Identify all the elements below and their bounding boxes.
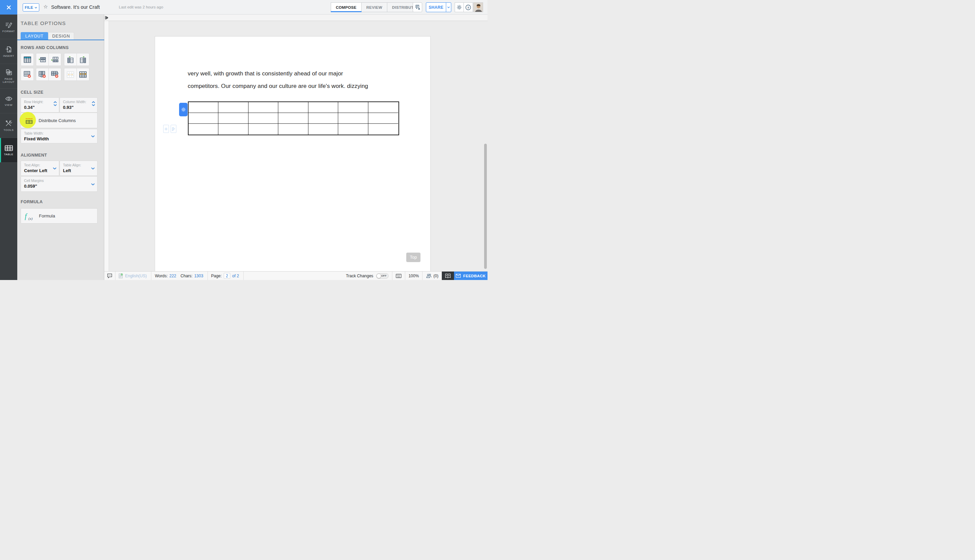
alignment-section-label: ALIGNMENT (21, 153, 47, 158)
column-width-value[interactable]: 0.93" (63, 105, 94, 110)
vertical-scrollbar-thumb[interactable] (484, 144, 487, 269)
tab-review[interactable]: REVIEW (361, 2, 387, 12)
ruler-collapse-button[interactable] (104, 15, 109, 21)
table-cell[interactable] (189, 124, 219, 135)
stepper-up-icon[interactable] (54, 101, 57, 103)
stepper-up-icon[interactable] (92, 101, 95, 103)
text-align-dropdown[interactable]: Text Align: Center Left (21, 161, 59, 176)
table-cell[interactable] (308, 102, 339, 113)
document-text-line[interactable]: very well, with growth that is consisten… (188, 70, 405, 77)
sidebar-item-view[interactable]: VIEW (0, 88, 17, 113)
row-height-field[interactable]: Row Height: 0.34" (21, 97, 59, 113)
delete-column-icon (38, 71, 46, 78)
insert-row-below-button[interactable] (49, 53, 61, 66)
table-align-dropdown[interactable]: Table Align: Left (60, 161, 97, 176)
gear-icon (457, 4, 462, 10)
sidebar-item-tools[interactable]: TOOLS (0, 113, 17, 138)
table-cell[interactable] (308, 113, 339, 124)
column-width-field[interactable]: Column Width: 0.93" (60, 97, 97, 113)
add-element-button[interactable] (163, 125, 169, 133)
chat-bubble-icon (107, 273, 112, 278)
sidebar-item-insert[interactable]: INSERT (0, 39, 17, 64)
tab-layout[interactable]: LAYOUT (21, 32, 48, 40)
reader-view-button[interactable] (442, 272, 454, 280)
zoom-level-button[interactable]: 100% (405, 272, 423, 280)
stepper-down-icon[interactable] (54, 104, 57, 106)
help-button[interactable]: ? (464, 2, 473, 12)
toggle-knob (376, 273, 381, 278)
table-cell[interactable] (249, 113, 279, 124)
file-menu-button[interactable]: FILE (23, 3, 39, 12)
insert-row-above-button[interactable] (36, 53, 49, 66)
language-selector[interactable]: English(US) (119, 272, 147, 280)
table-cell[interactable] (218, 113, 249, 124)
insert-table-button[interactable] (21, 53, 34, 66)
vertical-ruler[interactable] (104, 21, 109, 271)
table-settings-button[interactable] (179, 103, 187, 116)
word-count[interactable]: Words: 222 Chars: 1303 (155, 272, 204, 280)
table-cell[interactable] (278, 102, 308, 113)
distribute-rows-button-disabled (64, 68, 77, 81)
table-cell[interactable] (338, 102, 368, 113)
table-cell[interactable] (218, 124, 249, 135)
share-dropdown-button[interactable] (446, 3, 451, 12)
cell-margins-dropdown[interactable]: Cell Margins 0.059" (21, 176, 97, 192)
comments-button[interactable] (107, 272, 112, 280)
tab-design[interactable]: DESIGN (48, 32, 74, 40)
table-cell[interactable] (308, 124, 339, 135)
formula-section-label: FORMULA (21, 200, 43, 204)
format-element-button[interactable] (171, 125, 176, 133)
table-cell[interactable] (278, 113, 308, 124)
track-changes-toggle[interactable]: OFF (376, 273, 389, 278)
formula-button[interactable]: f (x) Formula (21, 208, 97, 223)
table-cell[interactable] (368, 113, 398, 124)
table-cell[interactable] (249, 102, 279, 113)
tab-compose[interactable]: COMPOSE (331, 2, 361, 12)
table-cell[interactable] (218, 102, 249, 113)
close-document-button[interactable] (0, 0, 17, 15)
tab-underline (17, 40, 104, 40)
favorite-star-icon[interactable]: ☆ (43, 4, 48, 10)
document-text-line[interactable]: competitors. Our company and our culture… (188, 83, 405, 90)
row-height-stepper (54, 101, 57, 106)
distribute-columns-button[interactable] (77, 68, 90, 81)
share-button[interactable]: SHARE (426, 2, 451, 12)
table-cell[interactable] (338, 113, 368, 124)
delete-row-icon (51, 71, 59, 78)
sidebar-item-table[interactable]: TABLE (0, 138, 17, 163)
insert-column-right-button[interactable] (77, 53, 90, 66)
notifications-button[interactable] (413, 2, 422, 12)
feedback-label: FEEDBACK (463, 274, 485, 278)
page-number-input[interactable]: 2 (224, 273, 230, 278)
table-cell[interactable] (368, 102, 398, 113)
table-width-dropdown[interactable]: Table Width: Fixed Width (21, 129, 97, 143)
user-avatar[interactable] (473, 2, 483, 12)
distribute-columns-row-button[interactable]: Distribute Columns (21, 113, 97, 128)
table-cell[interactable] (189, 102, 219, 113)
table-cell[interactable] (278, 124, 308, 135)
stepper-down-icon[interactable] (92, 104, 95, 106)
table-cell[interactable] (249, 124, 279, 135)
delete-column-button[interactable] (36, 68, 49, 81)
document-title[interactable]: Software. It's our Craft (51, 4, 100, 10)
insert-column-left-button[interactable] (64, 53, 77, 66)
table-cell[interactable] (189, 113, 219, 124)
top-header: FILE ☆ Software. It's our Craft Last edi… (17, 0, 487, 15)
delete-table-button[interactable] (21, 68, 34, 81)
chars-value: 1303 (194, 273, 204, 278)
delete-row-button[interactable] (49, 68, 61, 81)
feedback-button[interactable]: FEEDBACK (454, 272, 487, 280)
collaborators-button[interactable]: (0) (422, 272, 442, 280)
sidebar-item-page-layout[interactable]: PAGE LAYOUT (0, 64, 17, 88)
document-page[interactable]: very well, with growth that is consisten… (155, 36, 431, 273)
horizontal-ruler[interactable] (109, 15, 488, 21)
row-height-value[interactable]: 0.34" (24, 105, 56, 110)
settings-button[interactable] (455, 2, 464, 12)
scroll-to-top-button[interactable]: Top (406, 253, 420, 262)
insert-row-above-icon (38, 57, 46, 63)
table-cell[interactable] (368, 124, 398, 135)
doc-table[interactable] (188, 102, 399, 135)
sidebar-item-format[interactable]: FORMAT (0, 15, 17, 39)
keyboard-shortcuts-button[interactable] (392, 272, 405, 280)
table-cell[interactable] (338, 124, 368, 135)
